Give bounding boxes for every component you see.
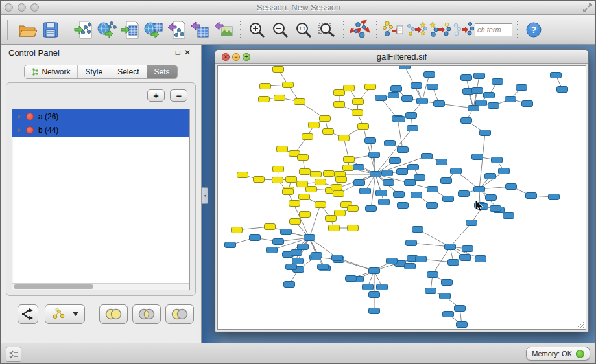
toolbar-separator (240, 19, 241, 41)
union-button[interactable] (99, 304, 128, 324)
tab-style-label: Style (85, 67, 102, 76)
network-view-window[interactable]: ✕ − + galFiltered.sif (215, 49, 589, 332)
memory-status-button[interactable]: Memory: OK (526, 347, 590, 361)
venn-union-icon (104, 308, 123, 320)
control-panel-header: Control Panel □✕ (1, 45, 201, 62)
expander-icon[interactable] (18, 114, 21, 119)
collapse-panel-handle[interactable]: ◂ (202, 187, 208, 204)
tab-sets[interactable]: Sets (147, 65, 177, 78)
tab-select-label: Select (117, 67, 139, 76)
export-table-button[interactable] (189, 18, 212, 41)
status-bar: Memory: OK (1, 343, 596, 364)
svg-text:?: ? (531, 25, 537, 35)
tab-select[interactable]: Select (110, 65, 147, 78)
cytoscape-app-window: Session: New Session (0, 0, 596, 364)
sets-action-bar (6, 302, 196, 326)
float-panel-icon[interactable]: □ (176, 48, 184, 57)
close-panel-icon[interactable]: ✕ (184, 48, 195, 57)
intersection-button[interactable] (132, 304, 161, 324)
toolbar-separator (376, 19, 377, 41)
network-canvas-frame (216, 64, 588, 331)
main-toolbar: 1:1 (1, 15, 596, 45)
zoom-out-button[interactable] (268, 18, 292, 41)
help-button[interactable]: ? (522, 18, 545, 41)
memory-ok-icon (576, 350, 584, 358)
export-network-button[interactable] (165, 18, 189, 41)
toolbar-separator (517, 19, 518, 41)
set-label: b (44) (38, 126, 58, 135)
mouse-cursor-icon (475, 199, 484, 212)
import-table-file-button[interactable] (119, 18, 142, 41)
fullscreen-icon[interactable] (582, 3, 593, 16)
zoom-fit-selected-button[interactable] (315, 18, 339, 41)
network-desktop: ◂ ✕ − + galFiltered.sif (202, 45, 596, 343)
import-network-file-button[interactable] (72, 18, 95, 41)
toolbar-separator (67, 19, 67, 41)
venn-intersection-icon (137, 308, 156, 320)
set-row-a[interactable]: a (26) (12, 109, 189, 123)
dropdown-arrow-icon[interactable] (73, 312, 78, 316)
tab-sets-label: Sets (154, 67, 170, 76)
expander-icon[interactable] (18, 128, 21, 133)
new-from-unselected-button[interactable] (451, 18, 475, 41)
control-panel: Control Panel □✕ Network Style (1, 45, 202, 343)
horizontal-scrollbar[interactable] (12, 283, 189, 290)
create-set-from-network-button[interactable] (45, 304, 85, 324)
memory-status-label: Memory: OK (532, 350, 572, 358)
toolbar-separator (343, 19, 344, 41)
open-session-button[interactable] (16, 18, 39, 41)
split-arrows-icon (21, 308, 35, 321)
yellow-network-icon (51, 308, 66, 321)
import-network-url-button[interactable] (95, 18, 119, 41)
app-titlebar: Session: New Session (1, 1, 596, 15)
add-set-button[interactable]: + (147, 89, 165, 102)
scrollbar-thumb[interactable] (14, 284, 93, 289)
sets-panel: + − a (26) b (44) (6, 82, 196, 296)
tab-network[interactable]: Network (25, 65, 78, 78)
network-canvas[interactable] (217, 65, 586, 330)
split-sets-button[interactable] (18, 304, 38, 324)
network-from-selection-button[interactable] (381, 18, 405, 41)
checklist-icon (8, 350, 19, 359)
select-first-neighbors-button[interactable] (405, 18, 428, 41)
control-panel-tabbar: Network Style Select Sets (1, 65, 201, 79)
app-title: Session: New Session (1, 3, 596, 12)
network-window-titlebar[interactable]: ✕ − + galFiltered.sif (215, 50, 588, 64)
set-color-icon (26, 126, 34, 134)
svg-text:1:1: 1:1 (299, 27, 305, 31)
main-area: Control Panel □✕ Network Style (1, 45, 596, 343)
remove-set-button[interactable]: − (170, 89, 187, 102)
task-history-button[interactable] (6, 347, 21, 362)
resize-grip-icon[interactable] (576, 319, 585, 328)
import-table-url-button[interactable] (142, 18, 165, 41)
set-color-icon (26, 113, 34, 120)
network-graph[interactable] (218, 66, 586, 330)
save-session-button[interactable] (39, 18, 62, 41)
network-tab-icon (32, 68, 39, 76)
difference-button[interactable] (165, 304, 194, 324)
control-panel-title: Control Panel (8, 48, 60, 58)
apply-layout-button[interactable] (348, 18, 372, 41)
sets-list[interactable]: a (26) b (44) (12, 109, 190, 290)
export-image-button[interactable] (212, 18, 235, 41)
set-row-b[interactable]: b (44) (12, 123, 189, 137)
network-window-title: galFiltered.sif (215, 52, 588, 62)
venn-difference-icon (171, 308, 189, 320)
zoom-in-button[interactable] (245, 18, 268, 41)
zoom-actual-size-button[interactable]: 1:1 (292, 18, 315, 41)
expand-selection-button[interactable] (428, 18, 451, 41)
toolbar-grip[interactable] (7, 20, 10, 40)
tab-network-label: Network (42, 67, 70, 76)
search-input[interactable] (475, 23, 512, 36)
set-label: a (26) (38, 112, 58, 121)
tab-style[interactable]: Style (78, 65, 110, 78)
